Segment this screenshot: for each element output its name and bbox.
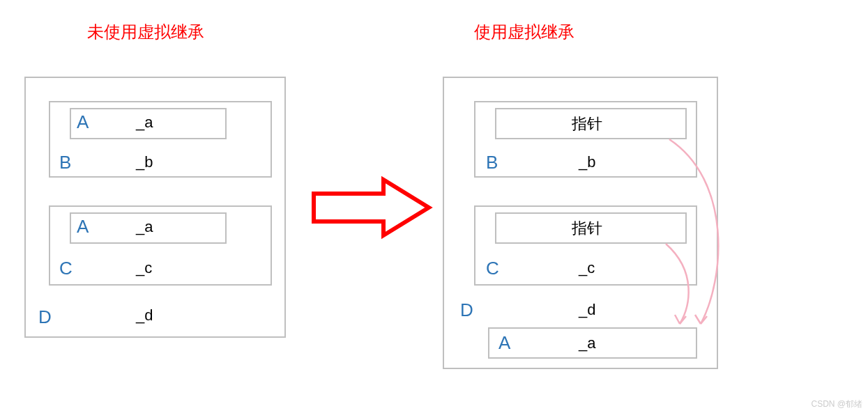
right-c-ptr-label: 指针 [572,218,602,239]
right-d-member: _d [579,301,595,319]
left-b-member: _b [136,153,153,171]
left-b-a-label: A [77,111,89,133]
right-c-member: _c [579,259,595,277]
left-d-label: D [38,306,52,328]
left-c-a-label: A [77,216,89,237]
right-b-member: _b [579,153,595,171]
transition-arrow-icon [314,180,429,235]
left-b-label: B [59,152,71,173]
title-right: 使用虚拟继承 [474,21,574,43]
left-d-member: _d [136,306,153,325]
right-a-member: _a [579,334,595,352]
left-b-a-member: _a [136,114,153,132]
left-c-a-member: _a [136,218,153,236]
left-c-label: C [59,258,73,279]
right-a-label: A [498,332,510,354]
right-b-ptr-label: 指针 [572,114,602,134]
watermark: CSDN @郁绪 [811,398,862,410]
right-d-label: D [460,299,473,321]
left-c-member: _c [136,259,152,277]
title-left: 未使用虚拟继承 [87,21,204,43]
right-b-label: B [486,152,498,173]
right-c-label: C [486,258,499,279]
